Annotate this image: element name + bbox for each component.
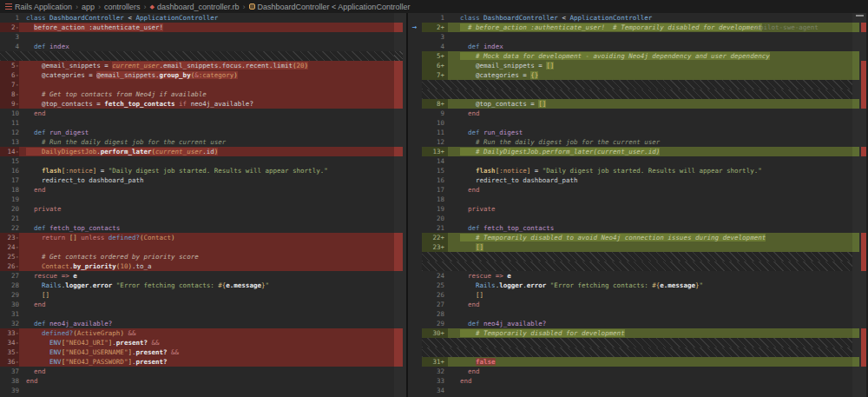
right-line-19[interactable]: 19 private [422, 204, 852, 214]
original-minimap[interactable] [394, 13, 406, 397]
right-line-23[interactable]: 23+ [] [422, 242, 852, 252]
left-line-39[interactable]: 39 [0, 386, 394, 395]
left-line-27[interactable]: 27 rescue => e [0, 271, 394, 281]
right-line-25[interactable]: 25 Rails.logger.error "Error fetching co… [422, 281, 852, 290]
code-token: def [26, 129, 49, 136]
right-line-17[interactable]: 17 end [422, 185, 852, 195]
left-line-37[interactable]: 37 end [0, 367, 394, 376]
left-line-filler-4[interactable] [0, 51, 394, 61]
left-line-28[interactable]: 28 Rails.logger.error "Error fetching co… [0, 281, 394, 290]
left-line-3[interactable]: 3 [0, 32, 394, 42]
right-line-22[interactable]: 22+ # Temporarily disabled to avoid Neo4… [422, 233, 852, 242]
left-line-14[interactable]: 14- DailyDigestJob.perform_later(current… [0, 147, 394, 156]
right-line-2[interactable]: 2+ # before_action :authenticate_user! #… [422, 23, 852, 32]
left-line-13[interactable]: 13 # Run the daily digest job for the cu… [0, 137, 394, 147]
minimap-slider[interactable] [856, 15, 864, 17]
breadcrumb-item-project[interactable]: Rails Application [5, 3, 72, 11]
left-line-5[interactable]: 5- @email_snippets = current_user.email_… [0, 61, 394, 70]
left-line-10[interactable]: 10 end [0, 109, 394, 118]
left-line-34[interactable]: 34- ENV["NEO4J_URI"].present? && [0, 338, 394, 347]
left-line-20[interactable]: 20 private [0, 204, 394, 214]
code-token: class [26, 14, 49, 22]
left-line-18[interactable]: 18 end [0, 185, 394, 195]
right-line-26[interactable]: 26 [] [422, 290, 852, 300]
left-line-9[interactable]: 9- @top_contacts = fetch_top_contacts if… [0, 99, 394, 109]
code-token: ActiveGraph [77, 329, 121, 337]
left-line-8[interactable]: 8- # Get top contacts from Neo4j if avai… [0, 89, 394, 99]
right-line-15[interactable]: 15 flash[:notice] = "Daily digest job st… [422, 166, 852, 175]
right-line-filler-34[interactable] [422, 338, 852, 347]
breadcrumb-item-controllers[interactable]: controllers [104, 3, 141, 11]
right-line-18[interactable]: 18 [422, 195, 852, 204]
right-line-14[interactable]: 14 [422, 156, 852, 166]
left-line-32[interactable]: 32 def neo4j_available? [0, 319, 394, 328]
copy-change-arrow-icon[interactable]: → [409, 23, 420, 32]
left-line-30[interactable]: 30 end [0, 300, 394, 309]
right-line-3[interactable]: 3 [422, 32, 852, 42]
right-line-filler-8[interactable] [422, 89, 852, 99]
right-line-1[interactable]: 1class DashboardController < Application… [422, 13, 852, 23]
left-line-23[interactable]: 23- return [] unless defined?(Contact) [0, 233, 394, 242]
right-line-29[interactable]: 29 def neo4j_available? [422, 319, 852, 328]
code-token: [] [476, 243, 483, 251]
left-line-4[interactable]: 4 def index [0, 42, 394, 51]
left-line-25[interactable]: 25- # Get contacts ordered by priority s… [0, 252, 394, 261]
left-line-1[interactable]: 1class DashboardController < Application… [0, 13, 394, 23]
right-line-12[interactable]: 12 # Run the daily digest job for the cu… [422, 137, 852, 147]
right-line-11[interactable]: 11 def run_digest [422, 128, 852, 137]
right-line-13[interactable]: 13+ # DailyDigestJob.perform_later(curre… [422, 147, 852, 156]
right-line-9[interactable]: 9 end [422, 109, 852, 118]
left-line-19[interactable]: 19 [0, 195, 394, 204]
left-line-36[interactable]: 36- ENV["NEO4J_PASSWORD"].present? [0, 357, 394, 367]
right-line-33[interactable]: 33end [422, 376, 852, 386]
right-line-filler-26[interactable] [422, 261, 852, 271]
left-line-29[interactable]: 29 [] [0, 290, 394, 300]
modified-minimap[interactable] [852, 13, 866, 397]
line-number: 24- [0, 242, 19, 252]
right-line-7[interactable]: 7+ @categories = {} [422, 70, 852, 80]
left-line-17[interactable]: 17 redirect_to dashboard_path [0, 175, 394, 185]
left-line-15[interactable]: 15 [0, 156, 394, 166]
right-line-27[interactable]: 27 end [422, 300, 852, 309]
right-line-20[interactable]: 20 [422, 214, 852, 223]
code-token: end [26, 367, 46, 375]
left-line-24[interactable]: 24- [0, 242, 394, 252]
left-line-6[interactable]: 6- @categories = @email_snippets.group_b… [0, 70, 394, 80]
left-line-7[interactable]: 7- [0, 80, 394, 89]
right-line-filler-7[interactable] [422, 80, 852, 89]
right-line-34[interactable]: 34 [422, 386, 852, 395]
breadcrumb-item-symbol[interactable]: DashboardController < ApplicationControl… [249, 3, 411, 11]
left-line-2[interactable]: 2- before_action :authenticate_user! [0, 23, 394, 32]
right-line-24[interactable]: 24 rescue => e [422, 271, 852, 281]
right-line-5[interactable]: 5+ # Mock data for development - avoidin… [422, 51, 852, 61]
left-line-33[interactable]: 33- defined?(ActiveGraph) && [0, 328, 394, 338]
code-token: def [460, 320, 483, 328]
line-number: 27 [0, 271, 19, 281]
code-token: fetch_top_contacts [483, 224, 554, 232]
code-token: fetch_top_contacts [49, 224, 120, 232]
left-line-35[interactable]: 35- ENV["NEO4J_USERNAME"].present? && [0, 347, 394, 357]
left-line-31[interactable]: 31 [0, 309, 394, 319]
right-line-32[interactable]: 32 end [422, 367, 852, 376]
left-line-26[interactable]: 26- Contact.by_priority(10).to_a [0, 261, 394, 271]
right-line-filler-35[interactable] [422, 347, 852, 357]
right-line-28[interactable]: 28 [422, 309, 852, 319]
right-line-10[interactable]: 10 [422, 118, 852, 128]
right-line-31[interactable]: 31+ false [422, 357, 852, 367]
breadcrumb-item-app[interactable]: app [82, 3, 95, 11]
right-line-21[interactable]: 21 def fetch_top_contacts [422, 223, 852, 233]
right-line-8[interactable]: 8+ @top_contacts = [] [422, 99, 852, 109]
left-line-38[interactable]: 38end [0, 376, 394, 386]
left-line-12[interactable]: 12 def run_digest [0, 128, 394, 137]
right-line-filler-25[interactable] [422, 252, 852, 261]
right-line-4[interactable]: 4 def index [422, 42, 852, 51]
left-line-22[interactable]: 22 def fetch_top_contacts [0, 223, 394, 233]
left-line-21[interactable]: 21 [0, 214, 394, 223]
breadcrumb-item-file[interactable]: ◆ dashboard_controller.rb [150, 3, 240, 11]
left-line-16[interactable]: 16 flash[:notice] = "Daily digest job st… [0, 166, 394, 175]
right-line-6[interactable]: 6+ @email_snippets = [] [422, 61, 852, 70]
right-line-16[interactable]: 16 redirect_to dashboard_path [422, 175, 852, 185]
left-line-11[interactable]: 11 [0, 118, 394, 128]
right-line-30[interactable]: 30+ # Temporarily disabled for developme… [422, 328, 852, 338]
breadcrumb-separator: › [243, 3, 246, 11]
